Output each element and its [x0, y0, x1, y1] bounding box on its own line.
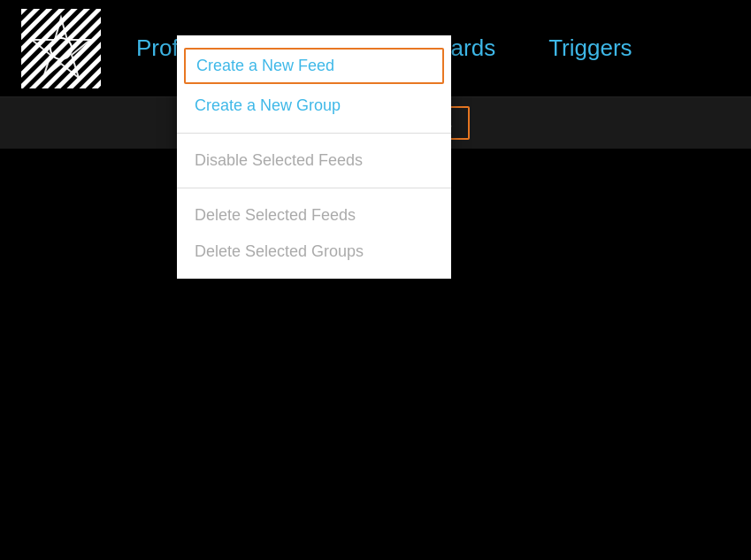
dropdown-item-delete-feeds: Delete Selected Feeds: [177, 197, 451, 234]
dropdown-section-disable: Disable Selected Feeds: [177, 134, 451, 188]
dropdown-item-delete-groups: Delete Selected Groups: [177, 234, 451, 270]
dropdown-section-create: Create a New Feed Create a New Group: [177, 35, 451, 134]
dropdown-section-delete: Delete Selected Feeds Delete Selected Gr…: [177, 188, 451, 279]
nav-link-triggers[interactable]: Triggers: [548, 35, 632, 62]
dropdown-item-create-feed[interactable]: Create a New Feed: [184, 48, 444, 84]
dropdown-item-create-group[interactable]: Create a New Group: [177, 88, 451, 124]
logo: [21, 9, 101, 88]
dropdown-item-disable-feeds: Disable Selected Feeds: [177, 142, 451, 179]
dropdown-menu: Create a New Feed Create a New Group Dis…: [177, 35, 451, 279]
